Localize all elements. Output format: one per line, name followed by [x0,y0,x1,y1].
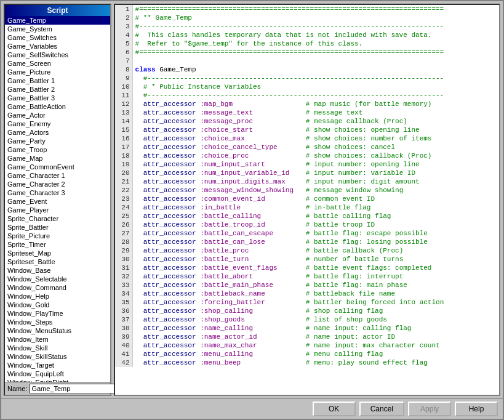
line-number: 31 [115,264,132,272]
sidebar-item[interactable]: Window_EquipRight [5,378,110,382]
sidebar-item[interactable]: Window_Base [5,266,110,275]
sidebar-item[interactable]: Game_Character 1 [5,171,110,180]
sidebar-item[interactable]: Sprite_Battler [5,223,110,232]
sidebar-item[interactable]: Game_Picture [5,68,110,76]
sidebar-item[interactable]: Game_BattleAction [5,102,110,111]
sidebar-item[interactable]: Game_SelfSwitches [5,50,110,59]
sidebar-item[interactable]: Window_Gold [5,301,110,309]
line-content[interactable]: #---------------------------------------… [132,22,499,31]
sidebar-item[interactable]: Spriteset_Battle [5,257,110,266]
line-content[interactable]: attr_accessor :message_window_showing # … [132,186,499,195]
line-content[interactable]: attr_accessor :battle_turn # number of b… [132,255,499,264]
sidebar-item[interactable]: Game_Actors [5,128,110,137]
sidebar-item[interactable]: Game_Switches [5,33,110,42]
line-content[interactable]: attr_accessor :choice_max # show choices… [132,134,499,143]
line-content[interactable]: attr_accessor :battle_can_escape # battl… [132,229,499,238]
sidebar-item[interactable]: Game_Enemy [5,119,110,128]
line-content[interactable]: attr_accessor :map_bgm # map music (for … [132,100,499,108]
line-content[interactable]: attr_accessor :choice_cancel_type # show… [132,143,499,151]
sidebar-item[interactable]: Window_Command [5,283,110,292]
line-content[interactable]: attr_accessor :in_battle # in-battle fla… [132,203,499,212]
sidebar-item[interactable]: Window_Target [5,361,110,370]
line-content[interactable]: attr_accessor :battle_can_lose # battle … [132,238,499,246]
sidebar-item[interactable]: Window_Help [5,292,110,301]
sidebar-item[interactable]: Window_MenuStatus [5,326,110,335]
line-content[interactable]: attr_accessor :num_input_variable_id # i… [132,169,499,177]
code-line: 23 attr_accessor :common_event_id # comm… [115,195,499,203]
code-line: 37 attr_accessor :shop_goods # list of s… [115,315,499,324]
sidebar-item[interactable]: Game_Battler 2 [5,85,110,94]
line-content[interactable]: #---------------------------------------… [132,74,499,83]
line-content[interactable] [132,57,499,65]
sidebar-item[interactable]: Sprite_Character [5,214,110,223]
line-number: 10 [115,83,132,91]
sidebar-item[interactable]: Window_Item [5,335,110,344]
line-content[interactable]: # ** Game_Temp [132,14,499,22]
help-button[interactable]: Help [455,402,498,416]
line-content[interactable]: # * Public Instance Variables [132,83,499,91]
sidebar-item[interactable]: Game_Player [5,206,110,214]
sidebar-item[interactable]: Game_Battler 1 [5,76,110,85]
sidebar-item[interactable]: Spriteset_Map [5,249,110,257]
line-content[interactable]: attr_accessor :battle_abort # battle fla… [132,272,499,281]
sidebar-item[interactable]: Window_PlayTime [5,309,110,318]
line-content[interactable]: attr_accessor :num_input_start # input n… [132,160,499,169]
code-line: 34 attr_accessor :battleback_name # batt… [115,289,499,298]
line-content[interactable]: attr_accessor :battle_main_phase # battl… [132,281,499,289]
sidebar-item[interactable]: Game_Variables [5,42,110,50]
line-content[interactable]: # Refer to "$game_temp" for the instance… [132,39,499,48]
apply-button[interactable]: Apply [408,402,451,416]
sidebar-item[interactable]: Game_Temp [5,16,110,25]
sidebar-item[interactable]: Game_Event [5,197,110,206]
line-content[interactable]: attr_accessor :name_calling # name input… [132,324,499,333]
sidebar-item[interactable]: Window_SkillStatus [5,352,110,361]
sidebar-list[interactable]: Game_TempGame_SystemGame_SwitchesGame_Va… [5,16,110,382]
sidebar-item[interactable]: Game_Battler 3 [5,94,110,102]
line-content[interactable]: attr_accessor :battle_proc # battle call… [132,246,499,255]
line-content[interactable]: attr_accessor :message_proc # message ca… [132,117,499,126]
line-content[interactable]: attr_accessor :choice_start # show choic… [132,126,499,134]
sidebar-item[interactable]: Window_Selectable [5,275,110,283]
line-content[interactable]: attr_accessor :battle_event_flags # batt… [132,264,499,272]
ok-button[interactable]: OK [313,402,356,416]
sidebar-item[interactable]: Sprite_Timer [5,240,110,249]
line-number: 6 [115,48,132,57]
editor-scroll[interactable]: 1#======================================… [115,5,499,395]
sidebar-item[interactable]: Window_EquipLeft [5,370,110,378]
line-content[interactable]: attr_accessor :message_text # message te… [132,108,499,117]
name-input[interactable] [30,384,118,394]
sidebar-item[interactable]: Game_Character 3 [5,188,110,197]
line-content[interactable]: attr_accessor :common_event_id # common … [132,195,499,203]
line-content[interactable]: attr_accessor :forcing_battler # battler… [132,298,499,307]
line-content[interactable]: attr_accessor :shop_goods # list of shop… [132,315,499,324]
line-content[interactable]: attr_accessor :num_input_digits_max # in… [132,177,499,186]
sidebar-item[interactable]: Game_CommonEvent [5,163,110,171]
line-content[interactable]: attr_accessor :menu_beep # menu: play so… [132,358,499,367]
sidebar-item[interactable]: Game_Screen [5,59,110,68]
line-content[interactable]: # This class handles temporary data that… [132,31,499,39]
line-content[interactable]: attr_accessor :menu_calling # menu calli… [132,350,499,358]
sidebar-item[interactable]: Window_Skill [5,344,110,352]
line-content[interactable]: class Game_Temp [132,65,499,74]
line-content[interactable]: attr_accessor :name_max_char # name inpu… [132,341,499,350]
code-table: 1#======================================… [115,5,499,367]
sidebar-item[interactable]: Game_Map [5,154,110,163]
sidebar-item[interactable]: Window_Steps [5,318,110,326]
line-content[interactable]: #---------------------------------------… [132,91,499,100]
line-content[interactable]: attr_accessor :battle_troop_id # battle … [132,220,499,229]
sidebar-item[interactable]: Game_Character 2 [5,180,110,188]
line-content[interactable]: attr_accessor :choice_proc # show choice… [132,151,499,160]
line-content[interactable]: attr_accessor :battleback_name # battleb… [132,289,499,298]
line-content[interactable]: attr_accessor :shop_calling # shop calli… [132,307,499,315]
line-content[interactable]: attr_accessor :name_actor_id # name inpu… [132,333,499,341]
sidebar-item[interactable]: Game_Party [5,137,110,145]
line-content[interactable]: attr_accessor :battle_calling # battle c… [132,212,499,220]
cancel-button[interactable]: Cancel [359,402,404,416]
line-content[interactable]: #=======================================… [132,48,499,57]
sidebar-item[interactable]: Sprite_Picture [5,232,110,240]
line-content[interactable]: #=======================================… [132,5,499,14]
sidebar-item[interactable]: Game_System [5,25,110,33]
sidebar-list-container: Game_TempGame_SystemGame_SwitchesGame_Va… [5,16,110,382]
sidebar-item[interactable]: Game_Actor [5,111,110,119]
sidebar-item[interactable]: Game_Troop [5,145,110,154]
